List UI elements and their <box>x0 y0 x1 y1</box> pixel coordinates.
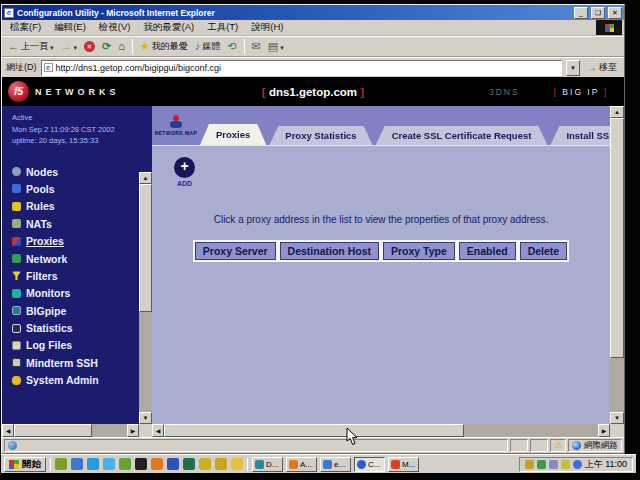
scroll-right-icon[interactable] <box>127 424 139 437</box>
forward-dropdown-icon[interactable] <box>74 41 78 53</box>
go-button[interactable]: → 移至 <box>584 61 620 74</box>
tray-icon[interactable] <box>525 460 534 469</box>
tab-proxy-statistics[interactable]: Proxy Statistics <box>269 126 372 145</box>
link-bigip[interactable]: [ BIG IP ] <box>554 87 608 97</box>
tray-icon[interactable] <box>561 460 570 469</box>
minimize-button[interactable]: _ <box>574 7 588 19</box>
log-files-icon <box>12 341 21 350</box>
link-3dns[interactable]: 3DNS <box>489 87 520 97</box>
refresh-icon <box>102 41 111 52</box>
home-button[interactable] <box>116 40 127 53</box>
scrollbar-corner <box>610 424 624 437</box>
scroll-left-icon[interactable] <box>152 424 164 437</box>
tray-icon[interactable] <box>573 460 582 469</box>
column-delete[interactable]: Delete <box>520 242 568 260</box>
tab-create-ssl-certificate-request[interactable]: Create SSL Certificate Request <box>376 126 548 145</box>
main-horizontal-scrollbar[interactable] <box>152 424 610 437</box>
forward-icon <box>61 41 72 52</box>
scrollbar-thumb[interactable] <box>610 118 624 358</box>
quick-launch-icon[interactable] <box>183 458 195 470</box>
sidebar-item-system-admin[interactable]: System Admin <box>12 372 152 389</box>
sidebar-item-statistics[interactable]: Statistics <box>12 319 152 336</box>
quick-launch-icon[interactable] <box>151 458 163 470</box>
address-dropdown-icon[interactable]: ▼ <box>566 60 580 76</box>
scroll-down-icon[interactable] <box>610 412 624 424</box>
back-dropdown-icon[interactable] <box>50 41 54 53</box>
task-button-active-ie[interactable]: C... <box>354 457 385 472</box>
tab-strip: NETWORK MAP Proxies Proxy Statistics Cre… <box>152 106 624 146</box>
menu-favorites[interactable]: 我的最愛(A) <box>143 21 194 34</box>
sidebar-item-log-files[interactable]: Log Files <box>12 337 152 354</box>
task-button-1[interactable]: D... <box>252 457 283 472</box>
sidebar-vertical-scrollbar[interactable] <box>139 172 152 424</box>
quick-launch-icon[interactable] <box>87 458 99 470</box>
task-button-5[interactable]: M... <box>388 457 419 472</box>
restore-button[interactable]: ❏ <box>591 7 605 19</box>
quick-launch-icon[interactable] <box>215 458 227 470</box>
sidebar-item-mindterm-ssh[interactable]: Mindterm SSH <box>12 354 152 371</box>
refresh-button[interactable] <box>100 40 113 53</box>
tray-icon[interactable] <box>549 460 558 469</box>
media-button[interactable]: 媒體 <box>193 39 223 54</box>
column-destination-host[interactable]: Destination Host <box>280 242 379 260</box>
quick-launch-icon[interactable] <box>103 458 115 470</box>
print-dropdown-icon[interactable] <box>280 41 284 53</box>
close-button[interactable]: ✕ <box>608 7 622 19</box>
sidebar-item-rules[interactable]: Rules <box>12 198 152 215</box>
scroll-left-icon[interactable] <box>2 424 14 437</box>
print-button[interactable] <box>266 40 286 54</box>
quick-launch-icon[interactable] <box>119 458 131 470</box>
sidebar-item-network[interactable]: Network <box>12 250 152 267</box>
quick-launch-icon[interactable] <box>55 458 67 470</box>
menu-view[interactable]: 檢視(V) <box>99 21 131 34</box>
add-button[interactable]: + <box>174 157 195 178</box>
sidebar-item-bigpipe[interactable]: BIGpipe <box>12 302 152 319</box>
app-icon <box>391 460 400 469</box>
address-input[interactable]: e http://dns1.getop.com/bigipgui/bigconf… <box>41 60 563 76</box>
quick-launch-icon[interactable] <box>135 458 147 470</box>
scroll-down-icon[interactable] <box>139 412 152 424</box>
quick-launch-icon[interactable] <box>71 458 83 470</box>
scroll-up-icon[interactable] <box>610 106 624 118</box>
menu-tools[interactable]: 工具(T) <box>207 21 238 34</box>
status-pane <box>530 439 548 452</box>
title-bar: e Configuration Utility - Microsoft Inte… <box>2 5 624 20</box>
history-button[interactable] <box>225 40 238 53</box>
sidebar-item-proxies[interactable]: Proxies <box>12 232 152 249</box>
sidebar-horizontal-scrollbar[interactable] <box>2 424 139 437</box>
sidebar-item-nats[interactable]: NATs <box>12 215 152 232</box>
menu-help[interactable]: 說明(H) <box>251 21 283 34</box>
forward-button[interactable] <box>59 40 80 54</box>
scrollbar-thumb[interactable] <box>164 424 464 437</box>
stop-button[interactable] <box>82 40 97 53</box>
brand-name: NETWORKS <box>35 87 120 97</box>
mail-button[interactable] <box>250 40 263 53</box>
sidebar-item-filters[interactable]: Filters <box>12 267 152 284</box>
scrollbar-thumb[interactable] <box>14 424 92 437</box>
sidebar-item-nodes[interactable]: Nodes <box>12 163 152 180</box>
start-button[interactable]: 開始 <box>4 457 46 472</box>
status-datetime: Mon Sep 2 11:09:28 CST 2002 <box>12 124 136 136</box>
scroll-up-icon[interactable] <box>139 172 152 184</box>
tab-proxies[interactable]: Proxies <box>200 124 266 145</box>
quick-launch-icon[interactable] <box>199 458 211 470</box>
back-button[interactable]: 上一頁 <box>6 39 56 54</box>
sidebar-item-pools[interactable]: Pools <box>12 180 152 197</box>
main-vertical-scrollbar[interactable] <box>610 106 624 424</box>
column-proxy-server[interactable]: Proxy Server <box>195 242 276 260</box>
column-enabled[interactable]: Enabled <box>459 242 516 260</box>
network-icon <box>12 254 21 263</box>
task-button-2[interactable]: A... <box>286 457 317 472</box>
task-button-3[interactable]: e... <box>320 457 351 472</box>
quick-launch-icon[interactable] <box>231 458 243 470</box>
quick-launch-icon[interactable] <box>167 458 179 470</box>
network-map-button[interactable]: NETWORK MAP <box>152 106 200 145</box>
scroll-right-icon[interactable] <box>598 424 610 437</box>
favorites-button[interactable]: 我的最愛 <box>138 39 190 54</box>
scrollbar-thumb[interactable] <box>139 184 152 312</box>
column-proxy-type[interactable]: Proxy Type <box>383 242 455 260</box>
menu-edit[interactable]: 編輯(E) <box>54 21 86 34</box>
menu-file[interactable]: 檔案(F) <box>10 21 41 34</box>
tray-icon[interactable] <box>537 460 546 469</box>
sidebar-item-monitors[interactable]: Monitors <box>12 285 152 302</box>
